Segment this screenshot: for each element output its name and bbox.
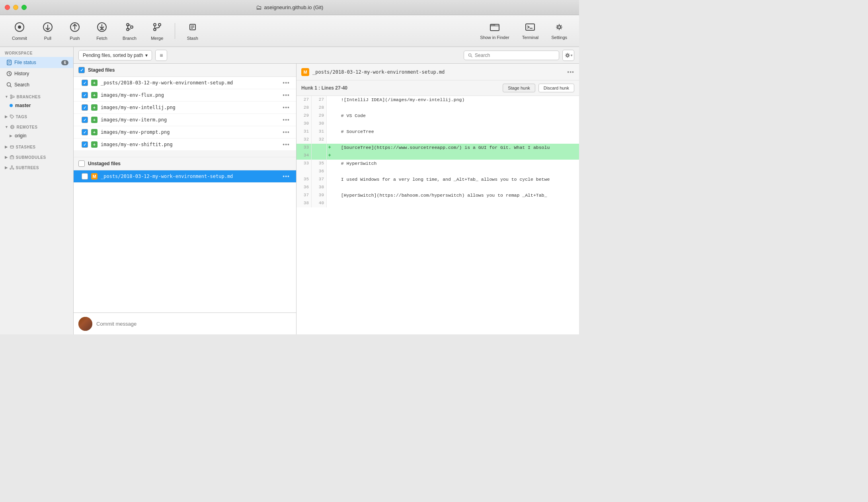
unstaged-checkbox[interactable]	[78, 160, 85, 167]
sidebar-item-history[interactable]: History	[0, 68, 73, 79]
file-dots-2[interactable]: •••	[281, 104, 291, 111]
view-toggle-button[interactable]: ≡	[155, 50, 167, 61]
diff-content: 27 27 ![IntelliJ IDEA](/images/my-env-in…	[296, 96, 579, 334]
history-icon	[6, 71, 12, 76]
diff-line: 30 30	[296, 120, 579, 128]
commit-icon	[14, 21, 25, 34]
gear-icon	[564, 52, 571, 59]
file-list-content: ✓ Staged files ✓ + _posts/2018-03-12-my-…	[74, 64, 296, 313]
traffic-lights	[5, 5, 27, 10]
content-area: Pending files, sorted by path ▾ ≡ ▾	[74, 47, 579, 334]
commit-area	[74, 313, 296, 334]
commit-button[interactable]: Commit	[6, 19, 33, 43]
branches-icon	[10, 94, 15, 99]
diff-line: 38 40	[296, 199, 579, 207]
folder-icon: 🗂	[256, 4, 262, 11]
staged-files-header: ✓ Staged files	[74, 64, 296, 77]
settings-icon	[554, 22, 565, 33]
merge-button[interactable]: Merge	[145, 19, 169, 43]
file-dots-0[interactable]: •••	[281, 80, 291, 86]
diff-header: M _posts/2018-03-12-my-work-environment-…	[296, 64, 579, 80]
staged-file-row[interactable]: ✓ + images/my-env-shiftit.png •••	[74, 139, 296, 151]
commit-message-input[interactable]	[96, 321, 291, 327]
file-checkbox-4[interactable]: ✓	[82, 129, 88, 135]
unstaged-file-dots-0[interactable]: •••	[281, 173, 291, 180]
diff-file-type-icon: M	[301, 68, 309, 76]
settings-button[interactable]: Settings	[546, 20, 573, 42]
pull-button[interactable]: Pull	[36, 19, 60, 43]
stage-hunk-button[interactable]: Stage hunk	[503, 84, 535, 92]
branch-icon	[124, 21, 135, 34]
staged-file-row[interactable]: ✓ + images/my-env-iterm.png •••	[74, 114, 296, 126]
stash-icon	[187, 21, 198, 34]
push-button[interactable]: Push	[63, 19, 87, 43]
tags-section[interactable]: ▶ TAGS	[0, 110, 73, 121]
submodules-section[interactable]: ▶ SUBMODULES	[0, 151, 73, 161]
branch-button[interactable]: Branch	[117, 19, 142, 43]
subtrees-section[interactable]: ▶ SUBTREES	[0, 161, 73, 172]
file-dots-5[interactable]: •••	[281, 141, 291, 148]
sidebar-item-file-status[interactable]: File status 6	[0, 57, 73, 68]
search-input[interactable]	[475, 53, 555, 58]
stash-button[interactable]: Stash	[181, 19, 205, 43]
sidebar-item-search[interactable]: Search	[0, 79, 73, 90]
staged-file-row[interactable]: ✓ + images/my-env-prompt.png •••	[74, 126, 296, 139]
origin-chevron: ▶	[10, 134, 12, 138]
terminal-button[interactable]: Terminal	[517, 20, 544, 42]
staged-file-row[interactable]: ✓ + _posts/2018-03-12-my-work-environmen…	[74, 77, 296, 89]
sidebar-item-origin[interactable]: ▶ origin	[0, 131, 73, 141]
branches-section[interactable]: ▼ BRANCHES	[0, 90, 73, 101]
diff-line: 33 35 # HyperSwitch	[296, 160, 579, 168]
search-box[interactable]	[464, 51, 559, 60]
staged-file-row[interactable]: ✓ + images/my-env-flux.png •••	[74, 89, 296, 102]
svg-line-29	[10, 86, 12, 87]
svg-point-8	[131, 26, 133, 28]
subtrees-icon	[10, 165, 14, 170]
show-in-finder-button[interactable]: Show in Finder	[474, 20, 515, 42]
file-dots-4[interactable]: •••	[281, 129, 291, 135]
close-button[interactable]	[5, 5, 10, 10]
file-added-icon-0: +	[91, 80, 98, 86]
file-dots-1[interactable]: •••	[281, 92, 291, 98]
remotes-section[interactable]: ▼ REMOTES	[0, 121, 73, 131]
sort-dropdown[interactable]: Pending files, sorted by path ▾	[78, 50, 152, 61]
file-checkbox-1[interactable]: ✓	[82, 92, 88, 98]
svg-point-18	[493, 25, 493, 25]
sidebar-item-master[interactable]: master	[0, 101, 73, 110]
file-checkbox-2[interactable]: ✓	[82, 104, 88, 111]
minimize-button[interactable]	[13, 5, 18, 10]
file-toolbar: Pending files, sorted by path ▾ ≡ ▾	[74, 47, 579, 64]
file-checkbox-0[interactable]: ✓	[82, 80, 88, 86]
unstaged-file-row[interactable]: M _posts/2018-03-12-my-work-environment-…	[74, 170, 296, 183]
svg-rect-38	[10, 156, 14, 159]
diff-line-added-1: 33 + [SourceTree](https://www.sourcetree…	[296, 144, 579, 152]
hunk-header: Hunk 1 : Lines 27-40 Stage hunk Discard …	[296, 80, 579, 96]
svg-line-43	[471, 56, 472, 57]
sidebar: WORKSPACE File status 6 History Se	[0, 47, 74, 334]
branches-chevron: ▼	[5, 95, 8, 99]
fetch-button[interactable]: Fetch	[90, 19, 114, 43]
search-icon	[468, 53, 472, 58]
filter-gear-button[interactable]: ▾	[562, 50, 574, 61]
staged-file-row[interactable]: ✓ + images/my-env-intellij.png •••	[74, 102, 296, 114]
stashes-icon	[10, 145, 14, 149]
tags-chevron: ▶	[5, 115, 8, 119]
svg-rect-20	[526, 24, 534, 30]
fetch-icon	[96, 21, 107, 34]
file-checkbox-3[interactable]: ✓	[82, 117, 88, 123]
file-added-icon-4: +	[91, 129, 98, 135]
file-dots-3[interactable]: •••	[281, 117, 291, 123]
svg-point-9	[154, 23, 156, 26]
diff-line: 31 31 # SourceTree	[296, 128, 579, 136]
staged-checkbox[interactable]: ✓	[78, 67, 85, 73]
diff-panel: M _posts/2018-03-12-my-work-environment-…	[296, 64, 579, 334]
svg-point-41	[13, 168, 14, 170]
diff-more-button[interactable]: •••	[567, 69, 574, 75]
maximize-button[interactable]	[21, 5, 27, 10]
stashes-section[interactable]: ▶ STASHES	[0, 141, 73, 151]
discard-hunk-button[interactable]: Discard hunk	[538, 84, 574, 92]
unstaged-file-checkbox-0[interactable]	[82, 173, 88, 180]
file-checkbox-5[interactable]: ✓	[82, 141, 88, 148]
diff-line: 28 28	[296, 104, 579, 112]
workspace-label: WORKSPACE	[0, 47, 73, 57]
